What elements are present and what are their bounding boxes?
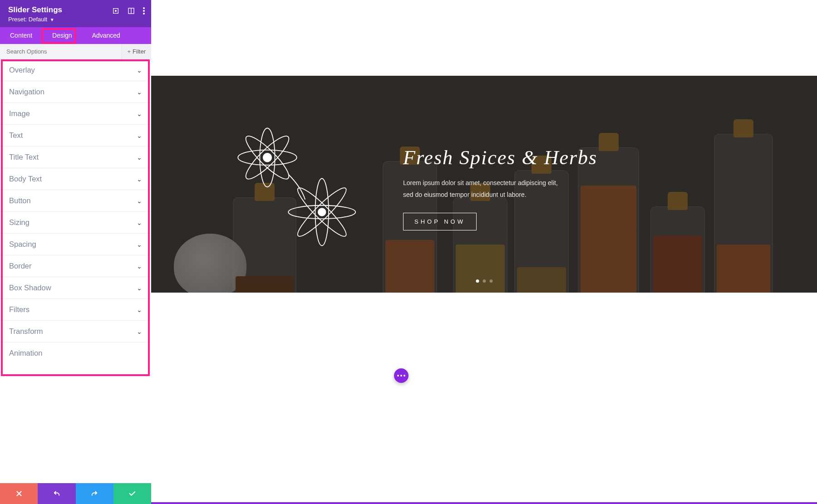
section-navigation[interactable]: Navigation⌄ bbox=[0, 81, 151, 103]
slider-dot[interactable] bbox=[483, 279, 486, 283]
section-border[interactable]: Border⌄ bbox=[0, 255, 151, 277]
settings-sidebar: Slider Settings Preset: Default ▼ Conten… bbox=[0, 0, 151, 391]
shop-now-button[interactable]: SHOP NOW bbox=[403, 213, 477, 230]
section-sizing[interactable]: Sizing⌄ bbox=[0, 212, 151, 234]
undo-button[interactable] bbox=[38, 483, 75, 504]
redo-button[interactable] bbox=[76, 483, 113, 504]
design-sections-list: Overlay⌄ Navigation⌄ Image⌄ Text⌄ Title … bbox=[0, 59, 151, 391]
more-icon[interactable] bbox=[143, 7, 145, 15]
page-preview: Fresh Spices & Herbs Lorem ipsum dolor s… bbox=[151, 0, 817, 504]
section-box-shadow[interactable]: Box Shadow⌄ bbox=[0, 277, 151, 299]
slider-dot[interactable] bbox=[490, 279, 493, 283]
add-module-fab[interactable] bbox=[394, 368, 408, 383]
chevron-down-icon: ⌄ bbox=[137, 176, 142, 183]
slider-dot[interactable] bbox=[476, 279, 479, 283]
section-body-text[interactable]: Body Text⌄ bbox=[0, 168, 151, 190]
section-image[interactable]: Image⌄ bbox=[0, 103, 151, 125]
flower-illustration bbox=[215, 103, 387, 271]
chevron-down-icon: ⌄ bbox=[137, 284, 142, 292]
svg-point-16 bbox=[318, 208, 326, 216]
chevron-down-icon: ⌄ bbox=[137, 154, 142, 161]
section-spacing[interactable]: Spacing⌄ bbox=[0, 234, 151, 255]
section-animation[interactable]: Animation⌄ bbox=[0, 343, 151, 364]
chevron-down-icon: ⌄ bbox=[137, 263, 142, 270]
svg-point-4 bbox=[143, 7, 145, 9]
slider-dots bbox=[476, 279, 493, 283]
hero-content: Fresh Spices & Herbs Lorem ipsum dolor s… bbox=[403, 146, 657, 230]
chevron-down-icon: ⌄ bbox=[137, 110, 142, 117]
svg-point-1 bbox=[115, 10, 117, 12]
search-input[interactable] bbox=[0, 44, 122, 59]
tab-design[interactable]: Design bbox=[42, 27, 82, 44]
chevron-down-icon: ⌄ bbox=[137, 67, 142, 74]
section-title-text[interactable]: Title Text⌄ bbox=[0, 147, 151, 168]
chevron-down-icon: ⌄ bbox=[137, 328, 142, 335]
section-button[interactable]: Button⌄ bbox=[0, 190, 151, 212]
settings-tabs: Content Design Advanced bbox=[0, 27, 151, 44]
chevron-down-icon: ⌄ bbox=[137, 306, 142, 313]
sidebar-header: Slider Settings Preset: Default ▼ bbox=[0, 0, 151, 27]
close-button[interactable] bbox=[0, 483, 38, 504]
section-overlay[interactable]: Overlay⌄ bbox=[0, 59, 151, 81]
bottom-accent bbox=[151, 502, 817, 504]
section-text[interactable]: Text⌄ bbox=[0, 125, 151, 147]
save-button[interactable] bbox=[113, 483, 151, 504]
preset-selector[interactable]: Preset: Default ▼ bbox=[8, 16, 143, 23]
search-bar: + Filter bbox=[0, 44, 151, 59]
chevron-down-icon: ⌄ bbox=[137, 132, 142, 139]
chevron-down-icon: ⌄ bbox=[137, 88, 142, 96]
chevron-down-icon: ⌄ bbox=[137, 197, 142, 205]
responsive-icon[interactable] bbox=[112, 7, 119, 15]
hero-slider: Fresh Spices & Herbs Lorem ipsum dolor s… bbox=[151, 76, 817, 293]
chevron-down-icon: ▼ bbox=[50, 17, 54, 22]
chevron-down-icon: ⌄ bbox=[137, 219, 142, 226]
tab-advanced[interactable]: Advanced bbox=[82, 27, 130, 44]
filter-button[interactable]: + Filter bbox=[122, 44, 151, 59]
action-bar bbox=[0, 483, 151, 504]
svg-point-5 bbox=[143, 10, 145, 12]
section-filters[interactable]: Filters⌄ bbox=[0, 299, 151, 321]
chevron-down-icon: ⌄ bbox=[137, 241, 142, 248]
svg-point-11 bbox=[263, 153, 272, 162]
tab-content[interactable]: Content bbox=[0, 27, 42, 44]
layout-icon[interactable] bbox=[128, 7, 135, 15]
section-transform[interactable]: Transform⌄ bbox=[0, 321, 151, 343]
svg-point-6 bbox=[143, 13, 145, 15]
hero-title: Fresh Spices & Herbs bbox=[403, 146, 657, 169]
hero-body: Lorem ipsum dolor sit amet, consectetur … bbox=[403, 177, 594, 201]
plus-icon: + bbox=[128, 48, 131, 55]
